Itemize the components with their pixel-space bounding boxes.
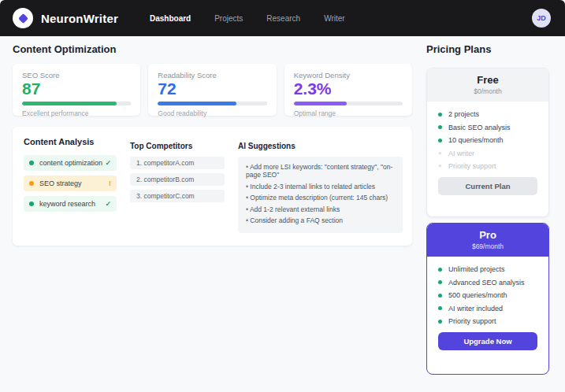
feature-label: Priority support — [448, 162, 496, 170]
competitor-item: 2. competitorB.com — [130, 173, 225, 186]
competitor-item: 1. competitorA.com — [130, 157, 225, 169]
status-dot-icon — [29, 181, 34, 186]
pro-plan-card: Pro $69/month Unlimited projects Advance… — [426, 223, 549, 375]
top-navbar: NeuronWriter Dashboard Projects Research… — [0, 0, 565, 36]
suggestion-item: Consider adding a FAQ section — [246, 216, 395, 224]
suggestions-column: AI Suggestions Add more LSI keywords: "c… — [238, 137, 403, 233]
feature-dot-icon — [438, 280, 442, 284]
keyword-label: content optimization — [39, 159, 105, 167]
progress-bar — [294, 102, 403, 105]
feature-label: 2 projects — [448, 110, 479, 118]
nav-writer[interactable]: Writer — [318, 9, 351, 28]
plan-features: Unlimited projects Advanced SEO analysis… — [427, 257, 548, 325]
feature-label: Advanced SEO analysis — [448, 279, 525, 287]
main-column: Content Optimization SEO Score 87 Excell… — [13, 43, 412, 375]
suggestions-panel: Add more LSI keywords: "content strategy… — [238, 157, 403, 233]
progress-bar — [22, 102, 131, 105]
score-value: 2.3% — [294, 80, 403, 98]
feature-dot-icon — [438, 294, 442, 298]
brand-title: NeuronWriter — [41, 12, 118, 25]
user-avatar[interactable]: JD — [532, 9, 551, 28]
progress-bar — [158, 102, 266, 105]
nav-research[interactable]: Research — [260, 9, 307, 28]
plan-feature: Basic SEO analysis — [438, 124, 537, 131]
nav-projects[interactable]: Projects — [208, 9, 249, 28]
feature-dot-icon — [438, 306, 442, 310]
pricing-title: Pricing Plans — [426, 43, 549, 55]
plan-feature: Advanced SEO analysis — [438, 279, 537, 287]
progress-bar-fill — [294, 102, 348, 105]
nav-dashboard[interactable]: Dashboard — [143, 9, 197, 28]
plan-price: $69/month — [427, 242, 548, 250]
app-logo — [13, 8, 33, 28]
score-label: SEO Score — [22, 71, 131, 80]
feature-dot-icon — [438, 125, 442, 129]
feature-label: AI writer included — [448, 305, 503, 312]
keyword-density-card: Keyword Density 2.3% Optimal range — [284, 64, 412, 116]
score-label: Readability Score — [158, 71, 266, 80]
keyword-label: keyword research — [39, 200, 105, 208]
plan-feature: 10 queries/month — [438, 136, 537, 144]
score-value: 72 — [158, 80, 266, 98]
feature-dot-icon — [438, 268, 442, 272]
suggestion-item: Optimize meta description (current: 145 … — [246, 194, 395, 202]
current-plan-button[interactable]: Current Plan — [438, 177, 537, 195]
competitor-item: 3. competitorC.com — [130, 190, 225, 202]
suggestion-item: Add more LSI keywords: "content strategy… — [246, 163, 395, 179]
feature-dot-icon — [438, 320, 442, 324]
status-dot-icon — [29, 161, 34, 165]
score-caption: Excellent performance — [22, 109, 131, 117]
feature-label: Priority support — [448, 317, 496, 325]
feature-dot-icon — [438, 113, 442, 116]
score-value: 87 — [22, 80, 131, 98]
content-area: Content Optimization SEO Score 87 Excell… — [0, 36, 565, 375]
x-icon: × — [438, 163, 442, 169]
competitors-column: Top Competitors 1. competitorA.com 2. co… — [130, 137, 225, 233]
plan-header: Free $0/month — [427, 68, 548, 102]
feature-dot-icon — [438, 139, 442, 142]
feature-label: 10 queries/month — [448, 136, 504, 144]
upgrade-now-button[interactable]: Upgrade Now — [438, 332, 537, 350]
plan-feature: 2 projects — [438, 110, 537, 118]
plan-price: $0/month — [427, 87, 548, 95]
suggestions-title: AI Suggestions — [238, 142, 403, 150]
plan-name: Pro — [427, 229, 548, 241]
competitors-title: Top Competitors — [130, 142, 225, 150]
plan-feature: AI writer included — [438, 305, 537, 312]
plan-name: Free — [427, 74, 548, 86]
warning-icon: ! — [109, 179, 111, 187]
suggestion-item: Include 2-3 internal links to related ar… — [246, 183, 395, 190]
content-analysis-card: Content Analysis content optimization ✓ … — [13, 127, 412, 246]
status-dot-icon — [29, 202, 34, 206]
readability-score-card: Readability Score 72 Good readability — [148, 64, 276, 116]
keyword-pill[interactable]: keyword research ✓ — [24, 196, 117, 212]
check-icon: ✓ — [105, 200, 111, 208]
check-icon: ✓ — [105, 159, 111, 167]
seo-score-card: SEO Score 87 Excellent performance — [13, 64, 140, 116]
plan-feature-excluded: × AI writer — [438, 150, 537, 157]
x-icon: × — [438, 150, 442, 157]
keyword-pill[interactable]: content optimization ✓ — [24, 155, 117, 171]
plan-feature: Priority support — [438, 317, 537, 325]
feature-label: 500 queries/month — [448, 291, 507, 299]
app-window: NeuronWriter Dashboard Projects Research… — [0, 0, 565, 392]
page-title: Content Optimization — [13, 43, 412, 55]
keyword-pill[interactable]: SEO strategy ! — [24, 176, 117, 191]
logo-diamond-icon — [18, 13, 28, 24]
plan-feature-excluded: × Priority support — [438, 162, 537, 170]
plan-feature: Unlimited projects — [438, 265, 537, 273]
pricing-column: Pricing Plans Free $0/month 2 projects B… — [426, 43, 549, 375]
feature-label: Basic SEO analysis — [448, 124, 511, 131]
plan-feature: 500 queries/month — [438, 291, 537, 299]
plan-header: Pro $69/month — [427, 224, 548, 257]
score-label: Keyword Density — [294, 71, 403, 80]
analysis-title: Content Analysis — [24, 137, 117, 146]
score-cards-row: SEO Score 87 Excellent performance Reada… — [13, 64, 412, 116]
feature-label: Unlimited projects — [448, 265, 505, 273]
progress-bar-fill — [22, 102, 117, 105]
keywords-column: Content Analysis content optimization ✓ … — [24, 137, 117, 233]
score-caption: Optimal range — [294, 109, 403, 117]
score-caption: Good readability — [158, 109, 266, 117]
free-plan-card: Free $0/month 2 projects Basic SEO analy… — [426, 68, 549, 217]
plan-features: 2 projects Basic SEO analysis 10 queries… — [427, 102, 548, 170]
